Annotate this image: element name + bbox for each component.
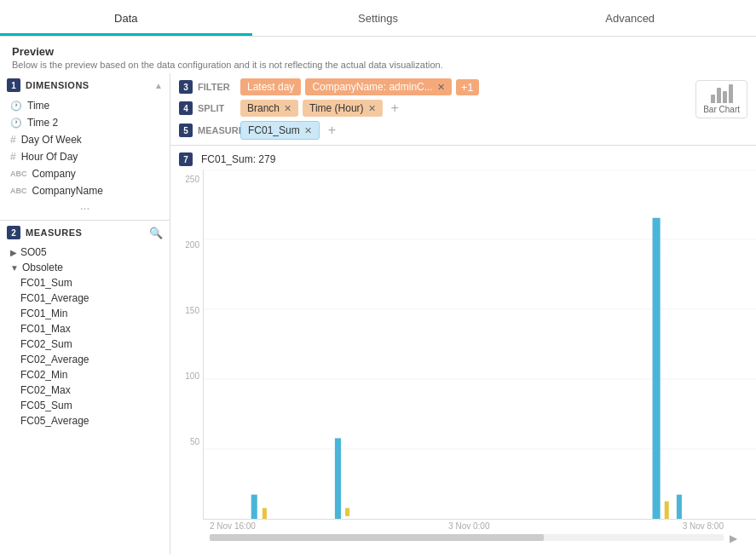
measure-fc02-min[interactable]: FC02_Min (3, 367, 166, 383)
chart-plot-area: 250 200 150 100 50 (170, 170, 756, 520)
measure-fc01-average-label: FC01_Average (20, 292, 89, 304)
split-key: SPLIT (198, 103, 240, 113)
dim-item-time2[interactable]: 🕐 Time 2 (3, 114, 166, 131)
split-tag-branch-close[interactable]: ✕ (284, 103, 291, 114)
filter-tag-more[interactable]: +1 (456, 79, 479, 95)
dimensions-list: 🕐 Time 🕐 Time 2 # Day Of Week # Hour Of … (0, 97, 170, 220)
svg-rect-8 (345, 508, 349, 515)
measure-fc01-average[interactable]: FC01_Average (3, 291, 166, 306)
y-axis: 250 200 150 100 50 (170, 170, 203, 520)
chart-area: 7 FC01_Sum: 279 250 200 150 100 50 (170, 146, 756, 555)
dimensions-badge: 1 (7, 78, 20, 92)
measure-fc05-sum[interactable]: FC05_Sum (3, 398, 166, 413)
chart-scrollbar-track[interactable]: ▶ (210, 534, 724, 541)
split-tag-branch[interactable]: Branch ✕ (240, 100, 298, 117)
measure-fc02-max-label: FC02_Max (20, 384, 71, 396)
measures-section: 2 MEASURES 🔍 ▶ SO05 ▼ Obsolete FC01_Sum (0, 220, 170, 555)
dim-item-companyname[interactable]: ABC CompanyName (3, 182, 166, 199)
expand-icon-so05: ▶ (10, 248, 17, 257)
chart-badge: 7 (179, 152, 193, 166)
measure-group-obsolete[interactable]: ▼ Obsolete (3, 260, 166, 275)
split-tag-time-hour-close[interactable]: ✕ (368, 103, 376, 114)
measure-fc05-average[interactable]: FC05_Average (3, 413, 166, 429)
split-row: 4 SPLIT Branch ✕ Time (Hour) ✕ + (179, 100, 747, 117)
measure-fc02-min-label: FC02_Min (20, 369, 67, 381)
filter-tag-company-close[interactable]: ✕ (437, 82, 445, 93)
measure-tags: FC01_Sum ✕ + (240, 121, 747, 140)
split-tag-time-hour[interactable]: Time (Hour) ✕ (303, 100, 383, 117)
measure-badge: 5 (179, 124, 193, 137)
measure-fc01-max[interactable]: FC01_Max (3, 321, 166, 337)
measures-list: ▶ SO05 ▼ Obsolete FC01_Sum FC01_Average (0, 244, 170, 555)
left-panel: 1 DIMENSIONS ▲ 🕐 Time 🕐 Time 2 # Day Of … (0, 73, 170, 555)
abc-icon-1: ABC (10, 170, 27, 178)
x-label-nov3-0800: 3 Nov 8:00 (683, 521, 724, 531)
bar-chart-selector[interactable]: Bar Chart (695, 80, 747, 118)
measure-add-btn[interactable]: + (328, 123, 336, 138)
split-tags: Branch ✕ Time (Hour) ✕ + (240, 100, 747, 117)
split-tag-branch-label: Branch (247, 102, 280, 114)
x-label-nov3-0000: 3 Nov 0:00 (448, 521, 489, 531)
app-container: Data Settings Advanced Preview Below is … (0, 0, 756, 558)
measure-fc05-average-label: FC05_Average (20, 415, 89, 427)
y-label-50: 50 (190, 437, 199, 446)
dim-label-hourofday: Hour Of Day (21, 151, 78, 163)
chart-summary: FC01_Sum: 279 (201, 153, 275, 165)
dim-item-time[interactable]: 🕐 Time (3, 97, 166, 114)
dim-label-time: Time (27, 100, 49, 112)
measures-search-icon[interactable]: 🔍 (149, 227, 163, 239)
hash-icon-1: # (10, 134, 16, 146)
preview-section: Preview Below is the preview based on th… (0, 37, 756, 73)
tab-advanced[interactable]: Advanced (504, 0, 756, 36)
clock-icon-2: 🕐 (10, 118, 22, 129)
measure-fc01-sum[interactable]: FC01_Sum (3, 275, 166, 291)
measures-header: 2 MEASURES 🔍 (0, 221, 170, 244)
svg-rect-5 (251, 495, 257, 519)
right-panel: 3 FILTER Latest day CompanyName: adminC.… (170, 73, 756, 555)
svg-rect-11 (677, 495, 682, 519)
dimensions-title: DIMENSIONS (26, 80, 89, 90)
chart-scrollbar-thumb[interactable] (210, 534, 544, 541)
measure-tag-fc01-sum[interactable]: FC01_Sum ✕ (240, 121, 320, 140)
measure-fc01-min-label: FC01_Min (20, 308, 67, 319)
measure-group-so05[interactable]: ▶ SO05 (3, 244, 166, 260)
dim-label-time2: Time 2 (27, 117, 58, 129)
y-label-100: 100 (185, 371, 199, 381)
abc-icon-2: ABC (10, 187, 27, 195)
measure-fc02-sum[interactable]: FC02_Sum (3, 337, 166, 352)
config-area-wrapper: 3 FILTER Latest day CompanyName: adminC.… (170, 73, 756, 146)
dim-item-hourofday[interactable]: # Hour Of Day (3, 148, 166, 165)
chart-summary-row: 7 FC01_Sum: 279 (170, 149, 756, 170)
filter-tag-latest-day[interactable]: Latest day (240, 78, 301, 95)
dim-label-company: Company (32, 168, 76, 180)
svg-rect-6 (263, 508, 267, 519)
x-axis: 2 Nov 16:00 3 Nov 0:00 3 Nov 8:00 (170, 520, 756, 532)
filter-tag-company[interactable]: CompanyName: adminC... ✕ (305, 78, 451, 95)
config-area: 3 FILTER Latest day CompanyName: adminC.… (170, 73, 756, 145)
measure-fc01-min[interactable]: FC01_Min (3, 306, 166, 321)
measure-fc01-max-label: FC01_Max (20, 323, 71, 335)
clock-icon: 🕐 (10, 101, 22, 112)
measure-key: MEASURE (198, 125, 240, 135)
scroll-right-arrow[interactable]: ▶ (730, 532, 737, 544)
x-label-nov2-1600: 2 Nov 16:00 (210, 521, 256, 531)
main-layout: 1 DIMENSIONS ▲ 🕐 Time 🕐 Time 2 # Day Of … (0, 73, 756, 555)
dim-label-dayofweek: Day Of Week (21, 134, 82, 146)
measure-row: 5 MEASURE FC01_Sum ✕ + (179, 121, 747, 140)
collapse-dimensions-icon[interactable]: ▲ (154, 81, 163, 90)
tab-bar: Data Settings Advanced (0, 0, 756, 37)
preview-title: Preview (12, 45, 744, 58)
dim-item-dayofweek[interactable]: # Day Of Week (3, 131, 166, 148)
split-add-btn[interactable]: + (391, 101, 399, 116)
filter-tags: Latest day CompanyName: adminC... ✕ +1 (240, 78, 747, 95)
measure-fc05-sum-label: FC05_Sum (20, 400, 72, 411)
measure-fc02-max[interactable]: FC02_Max (3, 383, 166, 398)
measure-fc01-sum-label: FC01_Sum (20, 277, 72, 289)
measure-tag-fc01-sum-close[interactable]: ✕ (304, 125, 312, 136)
tab-settings[interactable]: Settings (252, 0, 505, 36)
y-label-150: 150 (185, 306, 199, 315)
preview-description: Below is the preview based on the data c… (12, 60, 744, 70)
dim-item-company[interactable]: ABC Company (3, 165, 166, 182)
tab-data[interactable]: Data (0, 0, 252, 36)
measure-fc02-average[interactable]: FC02_Average (3, 352, 166, 367)
